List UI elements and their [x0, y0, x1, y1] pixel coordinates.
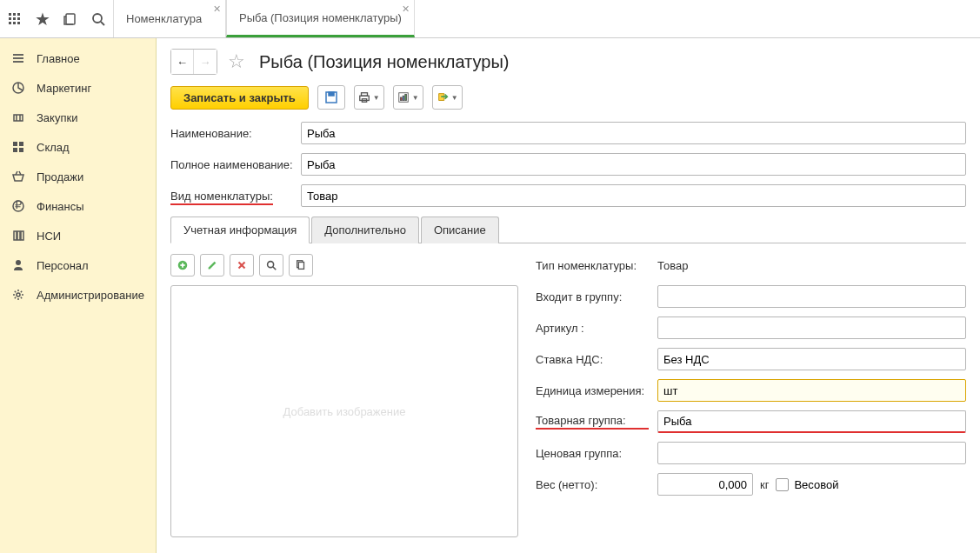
svg-rect-36: [400, 97, 402, 101]
favorite-icon[interactable]: ☆: [224, 50, 249, 73]
sidebar-item-marketing[interactable]: Маркетинг: [0, 73, 156, 103]
dropdown-icon: ▼: [373, 94, 380, 102]
apps-icon[interactable]: [7, 11, 23, 27]
type-input[interactable]: [301, 184, 966, 207]
add-image-button[interactable]: [170, 254, 195, 276]
group-label: Входит в группу:: [536, 290, 657, 303]
create-from-button[interactable]: ▼: [432, 85, 463, 110]
svg-line-45: [273, 267, 277, 270]
svg-rect-6: [9, 22, 11, 24]
sidebar-item-finance[interactable]: ₽ Финансы: [0, 191, 156, 221]
group-input[interactable]: [657, 285, 966, 308]
svg-rect-19: [13, 142, 17, 146]
boxes-icon: [10, 139, 26, 155]
tab-nomenclature[interactable]: Номенклатура ✕: [113, 0, 226, 37]
svg-rect-22: [19, 148, 23, 152]
sidebar-item-admin[interactable]: Администрирование: [0, 280, 156, 310]
svg-rect-3: [9, 17, 11, 20]
svg-rect-38: [405, 95, 407, 101]
svg-rect-7: [13, 22, 16, 24]
report-button[interactable]: ▼: [393, 85, 423, 110]
gear-icon: [10, 287, 26, 303]
svg-rect-5: [17, 17, 20, 20]
vat-input[interactable]: [657, 348, 966, 370]
more-image-button[interactable]: [289, 254, 313, 276]
subtabs: Учетная информация Дополнительно Описани…: [170, 216, 966, 243]
pricegroup-label: Ценовая группа:: [536, 447, 657, 460]
sidebar-item-main[interactable]: Главное: [0, 43, 156, 73]
dropdown-icon: ▼: [412, 94, 419, 102]
close-icon[interactable]: ✕: [213, 3, 221, 15]
prodgroup-label: Товарная группа:: [536, 414, 657, 430]
subtab-description[interactable]: Описание: [421, 217, 499, 243]
save-close-button[interactable]: Записать и закрыть: [170, 86, 309, 110]
weight-check-label: Весовой: [794, 478, 838, 491]
history-icon[interactable]: [63, 11, 78, 27]
properties-panel: Тип номенклатуры: Товар Входит в группу:…: [536, 254, 966, 537]
content: ← → ☆ Рыба (Позиция номенклатуры) Записа…: [157, 38, 980, 553]
svg-rect-4: [13, 17, 16, 20]
subtab-additional[interactable]: Дополнительно: [311, 217, 419, 243]
books-icon: [10, 228, 26, 243]
fullname-input[interactable]: [301, 153, 966, 176]
search-icon[interactable]: [90, 11, 106, 27]
pricegroup-input[interactable]: [657, 442, 966, 464]
image-placeholder: Добавить изображение: [283, 405, 406, 418]
forward-button[interactable]: →: [194, 50, 217, 74]
print-button[interactable]: ▼: [354, 85, 384, 110]
person-icon: [10, 257, 26, 273]
name-label: Наименование:: [170, 127, 301, 140]
back-button[interactable]: ←: [171, 50, 194, 74]
tab-fish[interactable]: Рыба (Позиция номенклатуры) ✕: [226, 0, 415, 37]
type-label: Вид номенклатуры:: [170, 190, 301, 203]
fullname-label: Полное наименование:: [170, 158, 301, 171]
unit-input[interactable]: [657, 379, 966, 402]
image-dropzone[interactable]: Добавить изображение: [170, 285, 518, 537]
tab-label: Номенклатура: [126, 12, 202, 25]
sidebar-item-personal[interactable]: Персонал: [0, 250, 156, 280]
sidebar-item-label: Администрирование: [37, 289, 144, 302]
weight-checkbox[interactable]: [776, 478, 789, 491]
article-input[interactable]: [657, 316, 966, 339]
vat-label: Ставка НДС:: [536, 353, 657, 366]
sidebar-item-purchases[interactable]: Закупки: [0, 103, 156, 132]
svg-rect-47: [298, 263, 303, 270]
sidebar-item-warehouse[interactable]: Склад: [0, 132, 156, 162]
sidebar-item-nsi[interactable]: НСИ: [0, 221, 156, 250]
sidebar-item-label: Персонал: [37, 259, 89, 272]
svg-point-29: [17, 293, 20, 296]
svg-rect-27: [21, 231, 23, 240]
basket-icon: [10, 169, 26, 184]
ruble-icon: ₽: [10, 198, 26, 214]
svg-rect-25: [14, 231, 17, 240]
sidebar-item-sales[interactable]: Продажи: [0, 162, 156, 191]
edit-image-button[interactable]: [200, 254, 224, 276]
svg-rect-21: [13, 148, 17, 152]
subtab-accounting[interactable]: Учетная информация: [170, 217, 310, 243]
piechart-icon: [10, 80, 26, 96]
svg-rect-1: [13, 13, 16, 16]
zoom-image-button[interactable]: [259, 254, 283, 276]
top-bar: ★ Номенклатура ✕ Рыба (Позиция номенклат…: [0, 0, 980, 38]
delete-image-button[interactable]: [230, 254, 254, 276]
svg-point-44: [268, 262, 274, 268]
sidebar-item-label: Закупки: [37, 111, 77, 124]
prodgroup-input[interactable]: [657, 410, 966, 433]
close-icon[interactable]: ✕: [402, 3, 410, 15]
sidebar: Главное Маркетинг Закупки Склад Продажи …: [0, 38, 157, 553]
svg-rect-26: [17, 231, 20, 240]
svg-line-11: [101, 22, 104, 25]
nomen-type-label: Тип номенклатуры:: [536, 259, 657, 272]
svg-rect-20: [19, 142, 23, 146]
star-icon[interactable]: ★: [35, 11, 50, 27]
sidebar-item-label: Склад: [37, 141, 70, 154]
weight-label: Вес (нетто):: [536, 478, 657, 491]
save-button[interactable]: [317, 85, 345, 110]
menu-icon: [10, 50, 26, 66]
weight-input[interactable]: [657, 473, 753, 496]
nomen-type-value: Товар: [657, 259, 688, 272]
article-label: Артикул :: [536, 322, 657, 335]
svg-rect-2: [17, 13, 20, 16]
name-input[interactable]: [301, 122, 966, 144]
sidebar-item-label: Главное: [37, 52, 80, 65]
